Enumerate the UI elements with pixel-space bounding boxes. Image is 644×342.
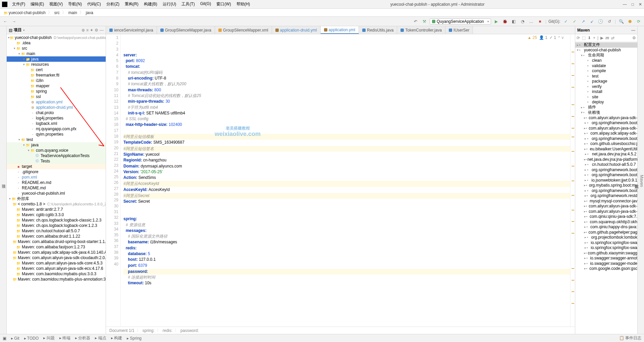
git-update-icon[interactable]: ✓ [562,18,569,25]
menu-item[interactable]: 文件(F) [10,1,27,8]
code-line[interactable]: AccesKeyId: AccesKeyId [123,187,570,193]
maven-tree-item[interactable]: ▸▫cn.hutool:hutool-all:5.0.7 [575,162,637,167]
code-line[interactable]: max-threads: 800 [123,87,570,93]
maven-tree-item[interactable]: ▫clean [575,58,637,63]
maven-tree-item[interactable]: ▸▫org.mybatis.spring.boot:my [575,183,637,188]
menu-item[interactable]: 重构(R) [123,1,141,8]
breadcrumb-item[interactable]: src [53,10,61,15]
statusbar-item[interactable]: ▸ 分析器 [75,335,90,341]
code-line[interactable]: SignName: yuecool [123,152,570,157]
tree-item[interactable]: ⒸTeaServiceApplicationTests [7,153,106,158]
code-line[interactable]: max-http-header-size: 102400 [123,122,570,128]
menu-item[interactable]: 运行(U) [161,1,178,8]
expand-icon[interactable]: ≡ [86,28,89,33]
maven-tree-item[interactable]: ▸▫com.qiniu:happy-dns-java: [575,225,637,230]
menu-item[interactable]: 帮助(H) [234,1,252,8]
menu-item[interactable]: 构建(B) [142,1,159,8]
code-line[interactable]: #阿里云AccesKeyId [123,181,570,187]
maven-tree-item[interactable]: ▸▫io.jsonwebtoken:jjwt:0.9.1 [575,178,637,183]
run-maven-icon[interactable]: ▶ [600,36,603,40]
code-line[interactable]: # 国际化资源文件路径 [123,234,570,239]
tree-item[interactable]: 📁spring [7,89,106,94]
tree-item[interactable]: ▾📁com.quyang.voice [7,148,106,153]
tree-item[interactable]: 📁Maven: com.alipay.sdk:alipay-sdk-java:4… [7,250,106,255]
tree-item[interactable]: ■target [7,164,106,169]
tree-item[interactable]: 📁< corretto-1.8 >C:\Users\pden\.jdks\cor… [7,201,106,207]
tree-item[interactable]: 📁Maven: com.baomidou:mybatis-plus:3.0.3 [7,271,106,277]
editor-tab[interactable]: TokenController.java [397,26,445,34]
coverage-icon[interactable]: ◧ [511,18,517,25]
run-config-selector[interactable]: QuyangServiceApplication [430,18,491,25]
settings-icon[interactable]: ⬢ [627,18,633,25]
maven-tree-item[interactable]: ▫compile [575,68,637,74]
menu-item[interactable]: 代码(C) [85,1,103,8]
attach-icon[interactable]: … [528,18,535,25]
minimize-icon[interactable]: — [623,2,627,7]
code-line[interactable]: # 资源信息 [123,222,570,228]
code-line[interactable]: TemplateCode: SMS_163490687 [123,140,570,145]
code-line[interactable]: server: [123,52,570,58]
tree-item[interactable]: 📁Maven: antlr:antlr:2.7.7 [7,207,106,212]
maven-tree-item[interactable]: ▸▫com.google.code.gson:gsc [575,266,637,272]
menu-item[interactable]: 分析(Z) [104,1,121,8]
maven-tree-item[interactable]: ▸▫io.swagger:swagger-annot [575,256,637,261]
tree-item[interactable]: ⚙application.yml [7,99,106,105]
menu-item[interactable]: 导航(N) [66,1,84,8]
code-line[interactable]: messages: [123,228,570,234]
tree-item[interactable]: 📁ssl [7,94,106,99]
tool-tab[interactable]: 提交 [0,30,1,332]
tree-item[interactable]: 📁Maven: com.alibaba:fastjson:1.2.73 [7,244,106,250]
toggle-icon[interactable]: ⇄ [611,36,614,40]
forward-icon[interactable]: → [11,18,17,25]
tree-item[interactable]: 📁Maven: com.baomidou:mybatis-plus-annota… [7,277,106,282]
breadcrumb-item[interactable]: 📁 yuecool-chat-publish [3,10,47,15]
m-icon[interactable]: m [605,36,609,40]
code-line[interactable]: timeout: 10s [123,280,570,286]
error-stripe[interactable] [570,34,575,327]
code-line[interactable]: Secret: Secret [123,199,570,204]
menu-item[interactable]: 编辑(E) [29,1,46,8]
maven-tree-item[interactable]: ▸▫com.alipay.sdk:alipay-sdk- [575,131,637,136]
code-breadcrumb-item[interactable]: spring: [143,328,155,333]
tree-item[interactable]: 📁cert [7,67,106,72]
maven-tree-item[interactable]: ▸▫org.springframework.boot [575,136,637,141]
tree-item[interactable]: 📁mapper [7,83,106,89]
maven-tree-item[interactable]: ▸▫org.springframework.boot [575,173,637,178]
gear-icon[interactable]: ⚙ [95,28,98,33]
maven-tree-item[interactable]: ▸▫com.squareup.okhttp3:okh [575,219,637,225]
tree-item[interactable]: ▾📁java [7,142,106,148]
add-icon[interactable]: + [593,36,595,40]
code-line[interactable]: # Tomcat启动初始化的线程数，默认值25 [123,93,570,99]
tree-item[interactable]: 📁Maven: com.aliyun:aliyun-java-sdk-core:… [7,260,106,266]
undo-icon[interactable]: ↶ [412,18,419,25]
breadcrumb-item[interactable]: main [67,10,78,15]
run-icon[interactable]: ▶ [493,18,500,25]
ide-update-icon[interactable]: ⟳ [635,18,642,25]
event-log[interactable]: 📋 事件日志 [619,335,641,341]
tree-item[interactable]: ▫chat.proto [7,110,106,115]
maven-tree-item[interactable]: ▫site [575,94,637,100]
tree-item[interactable]: ▫yuecool-chat-publish.iml [7,191,106,196]
code-line[interactable]: password: [123,269,570,275]
maven-tree-item[interactable]: ▸▫com.github.xiaoymin:swagg [575,250,637,256]
code-area[interactable]: ▲ 25 👤 1 ✓ 1 ^ ∨ server: port: 8092 tomc… [121,34,570,327]
project-tree[interactable]: ▾📁yuecool-chat-publishD:\webapps\yuecool… [7,34,106,334]
code-breadcrumb-item[interactable]: redis: [163,328,172,333]
code-line[interactable]: port: 6379 [123,263,570,268]
tree-item[interactable]: ▫logback.xml [7,121,106,126]
tree-item[interactable]: 📁freemarker.ftl [7,72,106,78]
tree-item[interactable]: 📁Maven: com.aliyun:aliyun-java-sdk-ecs:4… [7,266,106,271]
code-line[interactable]: spring: [123,216,570,222]
tree-item[interactable]: ⒸTests [7,158,106,164]
maven-tree-item[interactable]: ▸▫net.java.dev.jna:jna-platform [575,157,637,162]
maven-tree-item[interactable]: ▫test [575,74,637,79]
git-push-icon[interactable]: ↗ [580,18,587,25]
statusbar-item[interactable]: ▸ 端点 [95,335,106,341]
code-line[interactable]: # tomcat的URI编码 [123,70,570,76]
editor-tab[interactable]: GroupSlienceMapper.xml [215,26,272,34]
editor-tab[interactable]: application-druid.yml [272,26,321,34]
maven-tree-item[interactable]: ▸▫io.springfox:springfox-swa [575,245,637,251]
tree-item[interactable]: ▫pom.xml [7,175,106,180]
code-line[interactable]: #字符为utf8 mb4 [123,105,570,110]
maven-tree-item[interactable]: ▸▫com.qiniu:qiniu-java-sdk:7. [575,214,637,219]
